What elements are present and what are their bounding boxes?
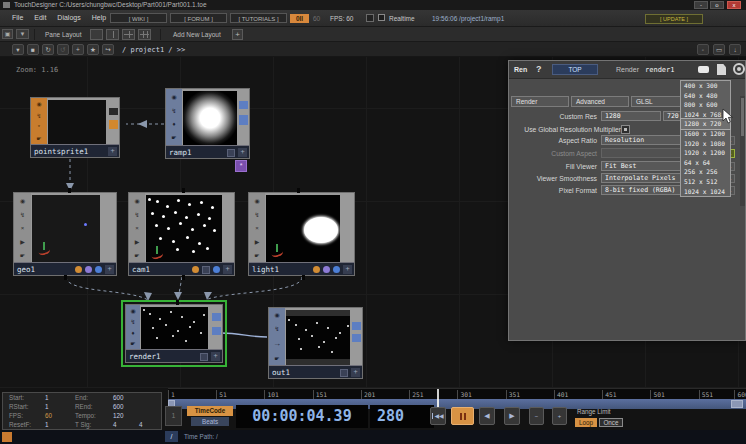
node-flag-column[interactable]: ◉ ↯ ♦ ☛	[166, 89, 182, 145]
resolution-option[interactable]: 400 x 300	[681, 81, 730, 91]
node-flag-button[interactable]	[200, 353, 208, 361]
pane-split-icon[interactable]: ↓	[729, 44, 741, 55]
display-flag-dot[interactable]	[85, 266, 92, 273]
arrow-flag-icon[interactable]: ▶	[255, 238, 260, 245]
minimize-button[interactable]: -	[694, 1, 708, 9]
out-arrow-icon[interactable]: →	[273, 339, 281, 348]
layout-grid-button[interactable]	[138, 29, 151, 40]
bypass-flag-icon[interactable]: ↯	[36, 112, 41, 119]
timeline-ruler[interactable]: 151101151201251301351401451501551600	[168, 388, 746, 399]
viewer-flag-dot[interactable]	[213, 266, 220, 273]
resolution-option[interactable]: 1920 x 1200	[681, 148, 730, 158]
pane-icon[interactable]: ▣	[2, 29, 13, 39]
comment-icon[interactable]	[698, 66, 709, 73]
bookmark-star-icon[interactable]: ★	[87, 44, 99, 55]
parameter-tab[interactable]: Advanced	[571, 96, 629, 107]
jump-to-start-button[interactable]: ◀◀	[430, 407, 446, 425]
add-icon[interactable]: +	[72, 44, 84, 55]
play-reverse-button[interactable]: ◀	[479, 407, 495, 425]
delete-flag-icon[interactable]: ×	[135, 225, 139, 231]
node-plus-button[interactable]: +	[351, 368, 360, 377]
output-connector[interactable]	[212, 313, 221, 321]
output-connector[interactable]	[182, 275, 185, 280]
bypass-flag-icon[interactable]: ↯	[134, 211, 139, 218]
close-button[interactable]: x	[727, 1, 741, 9]
performance-badge[interactable]: 0II	[290, 14, 309, 23]
node-plus-button[interactable]: +	[238, 148, 247, 157]
output-connector[interactable]	[64, 275, 67, 280]
render-flag-dot[interactable]	[75, 266, 82, 273]
viewer-flag-dot[interactable]	[95, 266, 102, 273]
node-flag-column[interactable]: ◉ ↯ × ▶ ☛	[129, 193, 145, 262]
stop-icon[interactable]: ■	[27, 44, 39, 55]
output-connector[interactable]	[212, 327, 221, 335]
link-button[interactable]: [ FORUM ]	[170, 13, 227, 23]
node-plus-button[interactable]: +	[223, 265, 232, 274]
language-page-icon[interactable]	[717, 64, 726, 75]
menu-item[interactable]: Edit	[34, 14, 46, 21]
breadcrumb[interactable]: / project1 / >>	[122, 46, 185, 54]
pick-flag-icon[interactable]: ☛	[254, 252, 259, 259]
timeline-options-button[interactable]: 1	[165, 406, 182, 426]
bypass-flag-icon[interactable]: ↯	[274, 325, 279, 332]
input-connector[interactable]	[68, 188, 71, 193]
input-connector[interactable]	[109, 108, 118, 115]
arrow-flag-icon[interactable]: ▶	[20, 238, 25, 245]
node-plus-button[interactable]: +	[343, 265, 352, 274]
add-layout-button[interactable]: +	[232, 29, 243, 40]
op-name-field[interactable]: render1	[645, 66, 675, 74]
settings-target-icon[interactable]	[733, 63, 745, 75]
resolution-option[interactable]: 1600 x 1200	[681, 129, 730, 139]
bypass-flag-icon[interactable]: ↯	[20, 211, 25, 218]
node-plus-button[interactable]: +	[211, 352, 220, 361]
display-flag-dot[interactable]	[323, 266, 330, 273]
layout-split-h-button[interactable]	[122, 29, 135, 40]
res-width-field[interactable]: 1280	[601, 111, 661, 121]
resolution-option[interactable]: 1024 x 1024	[681, 187, 730, 197]
pick-flag-icon[interactable]: ☛	[36, 135, 41, 142]
realtime-checkbox[interactable]	[378, 14, 385, 21]
step-back-button[interactable]: −	[529, 407, 544, 425]
pick-flag-icon[interactable]: ☛	[134, 252, 139, 259]
panel-scrollbar[interactable]	[740, 96, 745, 206]
node-geo1[interactable]: ◉ ↯ × ▶ ☛ geo1 +	[13, 192, 117, 276]
output-connector[interactable]	[352, 334, 361, 342]
node-flag-column[interactable]: ◉ ↯ × ▶ ☛	[14, 193, 31, 262]
render-flag-icon[interactable]: *	[38, 124, 40, 130]
pause-button[interactable]	[451, 407, 474, 425]
loop-button[interactable]: Loop	[575, 418, 597, 427]
node-flag-button[interactable]	[227, 149, 235, 157]
viewer-flag-icon[interactable]: ◉	[274, 311, 279, 318]
node-flag-button[interactable]	[340, 369, 348, 377]
help-button[interactable]: ?	[536, 64, 542, 74]
link-button[interactable]: [ TUTORIALS ]	[230, 13, 287, 23]
back-chevron-icon[interactable]: ▾	[12, 44, 24, 55]
undo-icon[interactable]: ↺	[57, 44, 69, 55]
display-flag-button[interactable]	[202, 266, 210, 274]
input-connector[interactable]	[297, 188, 300, 193]
save-layout-icon[interactable]: ▼	[16, 29, 29, 39]
input-connector[interactable]	[182, 188, 185, 193]
node-pointsprite1[interactable]: ◉ ↯ * ☛ pointsprite1 +	[30, 97, 120, 158]
folder-up-icon[interactable]: ↪	[102, 44, 114, 55]
resolution-option[interactable]: 512 x 512	[681, 177, 730, 187]
arrow-flag-icon[interactable]: ▶	[135, 238, 140, 245]
global-mult-toggle[interactable]	[621, 125, 630, 134]
node-flag-column[interactable]: ◉ ↯ ♦ ☛	[126, 305, 140, 349]
node-flag-column[interactable]: ◉ ↯ × ▶ ☛	[249, 193, 265, 262]
node-flag-column[interactable]: ◉ ↯ * ☛	[31, 98, 47, 144]
node-ramp1[interactable]: ◉ ↯ ♦ ☛ ramp1 +	[165, 88, 250, 159]
node-plus-button[interactable]: +	[105, 265, 114, 274]
link-button[interactable]: [ WIKI ]	[110, 13, 167, 23]
update-button[interactable]: [ UPDATE ]	[645, 14, 703, 24]
viewer-flag-icon[interactable]: ◉	[20, 197, 25, 204]
output-connector[interactable]	[239, 101, 248, 109]
bypass-flag-icon[interactable]: ↯	[254, 211, 259, 218]
viewer-flag-icon[interactable]: ◉	[171, 93, 176, 100]
output-connector[interactable]	[302, 275, 305, 280]
viewer-flag-icon[interactable]: ◉	[130, 307, 135, 314]
play-forward-button[interactable]: ▶	[504, 407, 520, 425]
parameter-tab[interactable]: Render	[511, 96, 569, 107]
pick-flag-icon[interactable]: ☛	[20, 252, 25, 259]
timecode-mode-button[interactable]: TimeCode	[187, 406, 233, 416]
